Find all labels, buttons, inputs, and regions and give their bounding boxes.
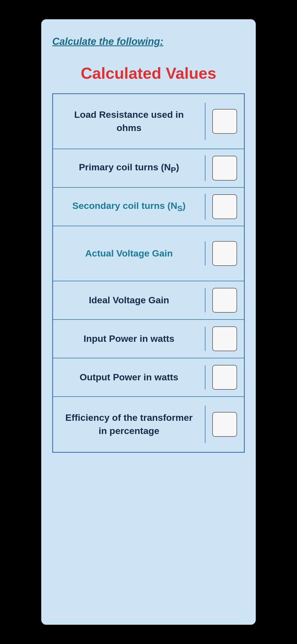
efficiency-input-cell <box>205 406 244 442</box>
table-row: Secondary coil turns (NS) <box>53 188 244 226</box>
instruction-text: Calculate the following: <box>52 36 163 47</box>
screen: Calculate the following: Calculated Valu… <box>41 19 256 625</box>
section-title: Calculated Values <box>52 64 245 82</box>
actual-voltage-gain-input-cell <box>205 236 244 271</box>
input-power-input-cell <box>205 321 244 357</box>
primary-coil-label: Primary coil turns (NP) <box>53 155 205 181</box>
actual-voltage-gain-answer-box[interactable] <box>212 241 237 266</box>
table-row: Load Resistance used in ohms <box>53 94 244 149</box>
table-row: Output Power in watts <box>53 358 244 397</box>
table-row: Efficiency of the transformer in percent… <box>53 397 244 452</box>
secondary-coil-label: Secondary coil turns (NS) <box>53 194 205 219</box>
ideal-voltage-gain-answer-box[interactable] <box>212 288 237 313</box>
actual-voltage-gain-label: Actual Voltage Gain <box>53 241 205 266</box>
calculated-values-table: Load Resistance used in ohms Primary coi… <box>52 93 245 453</box>
primary-coil-input-cell <box>205 150 244 186</box>
load-resistance-label: Load Resistance used in ohms <box>53 103 205 140</box>
output-power-input-cell <box>205 359 244 395</box>
input-power-label: Input Power in watts <box>53 327 205 351</box>
output-power-label: Output Power in watts <box>53 365 205 389</box>
table-row: Actual Voltage Gain <box>53 226 244 281</box>
ideal-voltage-gain-label: Ideal Voltage Gain <box>53 288 205 312</box>
load-resistance-input-cell <box>205 103 244 139</box>
input-power-answer-box[interactable] <box>212 326 237 351</box>
secondary-coil-answer-box[interactable] <box>212 194 237 219</box>
table-row: Input Power in watts <box>53 320 244 358</box>
efficiency-label: Efficiency of the transformer in percent… <box>53 406 205 443</box>
table-row: Ideal Voltage Gain <box>53 281 244 320</box>
primary-coil-answer-box[interactable] <box>212 156 237 181</box>
table-row: Primary coil turns (NP) <box>53 149 244 188</box>
ideal-voltage-gain-input-cell <box>205 282 244 318</box>
output-power-answer-box[interactable] <box>212 365 237 390</box>
efficiency-answer-box[interactable] <box>212 412 237 437</box>
load-resistance-answer-box[interactable] <box>212 109 237 134</box>
secondary-coil-input-cell <box>205 189 244 225</box>
